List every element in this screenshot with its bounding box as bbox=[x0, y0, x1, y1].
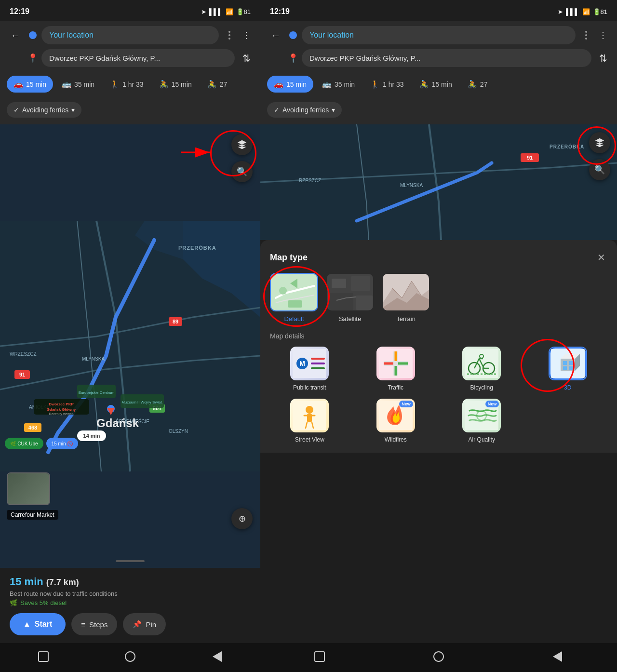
back-button-right[interactable]: ← bbox=[267, 27, 284, 44]
cycle2-icon: 🚴 bbox=[207, 80, 217, 89]
map-type-default[interactable]: Default bbox=[270, 273, 318, 323]
transport-tabs-left: 🚗 15 min 🚌 35 min 🚶 1 hr 33 🚴 15 min 🚴 2… bbox=[0, 71, 260, 97]
swap-button-left[interactable]: ⇅ bbox=[240, 50, 254, 67]
map-type-panel: Map type ✕ bbox=[260, 240, 617, 453]
tab-car-right[interactable]: 🚗 15 min bbox=[267, 76, 313, 93]
tab-cycle2-left[interactable]: 🚴 27 bbox=[201, 76, 234, 93]
nav-back-right[interactable] bbox=[551, 650, 564, 663]
svg-text:Gdańsk Główny: Gdańsk Główny bbox=[47, 407, 76, 412]
detail-wildfires[interactable]: New Wildfires bbox=[356, 399, 436, 443]
more-button-left[interactable] bbox=[225, 29, 234, 41]
svg-text:Gdańsk: Gdańsk bbox=[96, 417, 139, 430]
nav-home-right[interactable] bbox=[432, 650, 445, 663]
tab-cycle-left[interactable]: 🚴 15 min bbox=[152, 76, 199, 93]
panel-title: Map type bbox=[270, 253, 308, 263]
svg-point-42 bbox=[279, 287, 287, 295]
svg-text:14 min: 14 min bbox=[83, 433, 100, 439]
bicycling-label: Bicycling bbox=[470, 384, 493, 391]
start-button-left[interactable]: ▲ Start bbox=[10, 613, 66, 635]
tab-cycle2-right[interactable]: 🚴 27 bbox=[461, 76, 495, 93]
tab-walk-right[interactable]: 🚶 1 hr 33 bbox=[363, 76, 411, 93]
nav-back-left[interactable] bbox=[210, 650, 224, 663]
terrain-thumbnail bbox=[382, 273, 430, 311]
nav-square-right[interactable] bbox=[313, 650, 326, 663]
search-icon: 🔍 bbox=[237, 166, 247, 177]
tab-bus-left[interactable]: 🚌 35 min bbox=[55, 76, 101, 93]
detail-3d[interactable]: 3D bbox=[528, 347, 608, 391]
options-button-left[interactable]: ⋮ bbox=[239, 27, 254, 43]
map-type-terrain[interactable]: Terrain bbox=[382, 273, 430, 323]
nav-square-left[interactable] bbox=[37, 650, 50, 663]
destination-input-left[interactable]: Dworzec PKP Gdańsk Główny, P... bbox=[41, 49, 235, 67]
right-panel: 12:19 ➤ ▌▌▌ 📶 🔋81 ← Your location ⋮ 📍 Dw… bbox=[260, 0, 617, 672]
search-icon-r: 🔍 bbox=[594, 164, 605, 175]
steps-button-left[interactable]: ≡ Steps bbox=[71, 613, 117, 635]
search-input-right[interactable]: Your location bbox=[302, 26, 576, 44]
svg-text:RZESZCZ: RZESZCZ bbox=[299, 178, 321, 183]
detail-transit[interactable]: M Public transit bbox=[270, 347, 349, 391]
detail-bicycling[interactable]: Bicycling bbox=[442, 347, 522, 391]
location-icon: ➤ bbox=[201, 8, 206, 15]
svg-text:468: 468 bbox=[28, 425, 37, 430]
svg-rect-44 bbox=[332, 279, 346, 288]
svg-point-69 bbox=[306, 406, 313, 414]
swap-button-right[interactable]: ⇅ bbox=[596, 50, 610, 67]
wifi-icon: 📶 bbox=[226, 8, 233, 15]
battery-icon-r: 🔋81 bbox=[593, 8, 607, 15]
tab-car-left[interactable]: 🚗 15 min bbox=[7, 76, 53, 93]
map-area-right[interactable]: 91 PRZERÓBKA RZESZCZ MLYNSKA 🔍 bbox=[260, 124, 617, 240]
avoiding-chip-left[interactable]: ✓ Avoiding ferries ▾ bbox=[7, 102, 81, 118]
nav-bar-left bbox=[0, 643, 260, 672]
svg-text:89: 89 bbox=[173, 319, 178, 324]
svg-rect-46 bbox=[329, 293, 353, 310]
avoiding-label-right: Avoiding ferries bbox=[282, 106, 329, 114]
detail-streetview[interactable]: Street View bbox=[270, 399, 349, 443]
destination-row-right: 📍 Dworzec PKP Gdańsk Główny, P... ⇅ bbox=[267, 49, 610, 67]
empty-cell bbox=[528, 399, 608, 443]
car-time-right: 15 min bbox=[286, 81, 307, 88]
leaf-icon: 🌿 bbox=[10, 599, 17, 606]
map-type-satellite[interactable]: Satellite bbox=[326, 273, 374, 323]
steps-label-left: Steps bbox=[89, 620, 107, 629]
bus-icon-r: 🚌 bbox=[322, 80, 332, 89]
back-button-left[interactable]: ← bbox=[7, 27, 24, 44]
steps-icon: ≡ bbox=[81, 620, 85, 629]
search-input-left[interactable]: Your location bbox=[41, 26, 219, 44]
detail-3d-wrapper: 3D bbox=[528, 347, 608, 391]
traffic-label: Traffic bbox=[388, 384, 403, 391]
map-area-left[interactable]: 91 468 89 501 PRZERÓBKA WRZESZCZ MLYNSKA… bbox=[0, 124, 260, 568]
destination-row-left: 📍 Dworzec PKP Gdańsk Główny, P... ⇅ bbox=[7, 49, 254, 67]
store-name-left: Carrefour Market bbox=[7, 510, 58, 520]
map-details-grid-row1: M Public transit bbox=[270, 347, 607, 391]
svg-text:MLYNSKA: MLYNSKA bbox=[400, 183, 423, 188]
options-button-right[interactable]: ⋮ bbox=[596, 27, 610, 43]
more-button-right[interactable] bbox=[581, 29, 591, 41]
tab-cycle-right[interactable]: 🚴 15 min bbox=[413, 76, 459, 93]
walk-icon-r: 🚶 bbox=[370, 80, 380, 89]
detail-airquality[interactable]: New Air Quality bbox=[442, 399, 522, 443]
svg-rect-47 bbox=[356, 296, 373, 310]
close-panel-button[interactable]: ✕ bbox=[595, 250, 607, 265]
layers-button-left[interactable] bbox=[231, 134, 253, 155]
svg-text:91: 91 bbox=[19, 372, 25, 377]
status-icons-right: ➤ ▌▌▌ 📶 🔋81 bbox=[558, 8, 607, 15]
nav-home-left[interactable] bbox=[123, 650, 137, 663]
satellite-thumbnail bbox=[326, 273, 374, 311]
avoiding-row-left: ✓ Avoiding ferries ▾ bbox=[0, 97, 260, 124]
avoiding-chip-right[interactable]: ✓ Avoiding ferries ▾ bbox=[267, 102, 342, 118]
panel-header: Map type ✕ bbox=[270, 250, 607, 265]
cycle-time-right: 15 min bbox=[432, 81, 452, 88]
layers-button-right[interactable] bbox=[589, 132, 610, 153]
car-icon-r: 🚗 bbox=[274, 80, 283, 89]
destination-input-right[interactable]: Dworzec PKP Gdańsk Główny, P... bbox=[302, 49, 591, 67]
tab-bus-right[interactable]: 🚌 35 min bbox=[315, 76, 362, 93]
action-buttons-left: ▲ Start ≡ Steps 📌 Pin bbox=[10, 613, 251, 635]
svg-text:PRZERÓBKA: PRZERÓBKA bbox=[178, 245, 216, 251]
detail-traffic[interactable]: Traffic bbox=[356, 347, 436, 391]
tab-walk-left[interactable]: 🚶 1 hr 33 bbox=[103, 76, 150, 93]
search-map-button-left[interactable]: 🔍 bbox=[231, 161, 253, 182]
my-location-button-left[interactable]: ⊕ bbox=[231, 508, 253, 529]
pin-button-left[interactable]: 📌 Pin bbox=[123, 613, 166, 635]
airquality-thumbnail: New bbox=[462, 399, 501, 432]
search-map-button-right[interactable]: 🔍 bbox=[589, 159, 610, 180]
